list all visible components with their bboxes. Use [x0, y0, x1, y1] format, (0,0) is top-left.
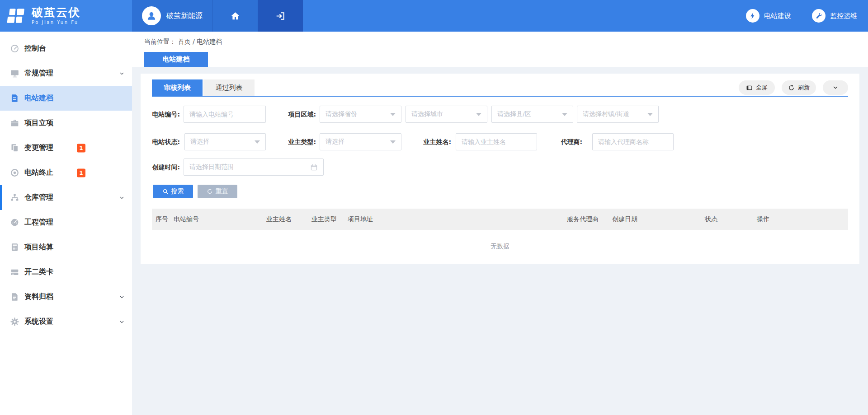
panel: 审核列表 通过列表 全屏 刷新 电站编号: 项目区域:	[141, 74, 859, 264]
user-menu[interactable]: 破茧新能源	[132, 0, 212, 32]
solar-blocks-icon	[7, 6, 26, 25]
agent-input[interactable]	[592, 133, 674, 150]
tab-passed-list[interactable]: 通过列表	[203, 79, 255, 96]
sidebar-item-label: 工程管理	[24, 218, 53, 227]
owner-name-label: 业主姓名:	[423, 133, 451, 150]
sidebar-item-record[interactable]: 电站终止 1	[0, 160, 132, 185]
county-placeholder: 请选择县/区	[497, 110, 562, 118]
column-header: 操作	[757, 215, 848, 224]
home-button[interactable]	[212, 0, 258, 32]
region-label: 项目区域:	[288, 106, 316, 123]
brand-subtitle: Po Jian Yun Fu	[32, 20, 80, 25]
nav-station-build-label: 电站建设	[764, 12, 791, 20]
reset-label: 重置	[216, 187, 228, 196]
town-placeholder: 请选择村镇/街道	[583, 110, 647, 118]
calendar-icon	[310, 163, 318, 171]
avatar	[142, 6, 161, 25]
column-header: 业主类型	[311, 215, 348, 224]
top-header: 破茧云伏 Po Jian Yun Fu 破茧新能源 电站建设 监控运维	[0, 0, 868, 32]
sidebar-item-icon	[10, 69, 19, 78]
chevron-down-icon	[255, 140, 260, 144]
sidebar-item-gauge[interactable]: 工程管理	[0, 210, 132, 235]
sidebar-item-icon	[10, 93, 19, 103]
page-tab-bar: 电站建档	[132, 52, 868, 67]
nav-monitor-ops-label: 监控运维	[830, 12, 857, 20]
sidebar-item-case[interactable]: 项目立项	[0, 111, 132, 135]
refresh-label: 刷新	[798, 84, 810, 92]
sidebar-item-monitor[interactable]: 常规管理	[0, 61, 132, 86]
avatar-person-icon	[146, 10, 157, 22]
sidebar-item-sitemap[interactable]: 仓库管理	[0, 185, 132, 210]
wrench-icon	[815, 12, 823, 20]
breadcrumb-text: 当前位置： 首页 / 电站建档	[144, 38, 222, 46]
filter-row-2: 电站状态: 请选择 业主类型: 请选择 业主姓名: 代理商:	[152, 133, 848, 150]
search-button[interactable]: 搜索	[153, 185, 193, 198]
owner-type-select[interactable]: 请选择	[320, 133, 401, 150]
sidebar-item-icon	[10, 168, 19, 177]
sidebar-item-label: 开二类卡	[24, 267, 53, 277]
sidebar-menu: 控制台 常规管理 电站建档 项目立项 变更管理 1 电站终止 1 仓库管理	[0, 32, 132, 415]
list-tabs: 审核列表 通过列表 全屏 刷新	[152, 74, 848, 97]
chevron-down-icon	[832, 84, 839, 91]
content-area: 审核列表 通过列表 全屏 刷新 电站编号: 项目区域:	[132, 67, 868, 415]
main-area: 当前位置： 首页 / 电站建档 电站建档 审核列表 通过列表 全屏 刷新	[132, 32, 868, 415]
chevron-down-icon	[390, 140, 396, 144]
sidebar-item-gear[interactable]: 系统设置	[0, 309, 132, 334]
sidebar-item-icon	[10, 292, 19, 302]
chevron-down-icon	[476, 113, 481, 116]
sidebar-item-doc[interactable]: 电站建档	[0, 86, 132, 111]
chevron-down-icon	[562, 113, 567, 116]
city-select[interactable]: 请选择城市	[406, 106, 487, 123]
chevron-down-icon	[119, 319, 125, 325]
logout-icon	[275, 11, 286, 21]
sidebar-item-label: 常规管理	[24, 69, 53, 78]
logout-button[interactable]	[258, 0, 303, 32]
reset-button[interactable]: 重置	[198, 185, 237, 198]
sidebar-item-file[interactable]: 资料归档	[0, 284, 132, 309]
nav-monitor-ops[interactable]: 监控运维	[812, 9, 857, 23]
sidebar-item-icon	[10, 267, 19, 277]
date-range-input[interactable]: 请选择日期范围	[184, 159, 324, 176]
notification-badge: 1	[77, 168, 85, 177]
owner-name-input[interactable]	[456, 133, 537, 150]
chevron-down-icon	[119, 195, 125, 201]
collapse-button[interactable]	[823, 80, 848, 95]
station-no-label: 电站编号:	[151, 106, 180, 123]
date-range-placeholder: 请选择日期范围	[189, 163, 310, 171]
sidebar-item-icon	[10, 218, 19, 227]
search-icon	[162, 188, 169, 195]
user-name: 破茧新能源	[166, 11, 203, 21]
sidebar-item-pages[interactable]: 变更管理 1	[0, 135, 132, 160]
sidebar-item-label: 电站终止	[24, 168, 53, 177]
refresh-button[interactable]: 刷新	[782, 80, 816, 95]
brand-logo: 破茧云伏 Po Jian Yun Fu	[0, 0, 132, 32]
sidebar-item-dash[interactable]: 控制台	[0, 36, 132, 61]
sidebar-item-icon	[10, 118, 19, 128]
province-select[interactable]: 请选择省份	[320, 106, 401, 123]
fullscreen-button[interactable]: 全屏	[739, 80, 775, 95]
station-no-input[interactable]	[184, 106, 266, 123]
fullscreen-icon	[746, 84, 753, 91]
chevron-down-icon	[119, 294, 125, 300]
town-select[interactable]: 请选择村镇/街道	[577, 106, 659, 123]
sidebar-item-card[interactable]: 开二类卡	[0, 260, 132, 284]
filter-row-1: 电站编号: 项目区域: 请选择省份 请选择城市 请选择县/区 请选择村镇/街道	[152, 106, 848, 123]
page-tab-station-archive[interactable]: 电站建档	[144, 52, 208, 67]
owner-type-label: 业主类型:	[288, 133, 316, 150]
tab-review-list[interactable]: 审核列表	[152, 79, 203, 96]
county-select[interactable]: 请选择县/区	[491, 106, 573, 123]
owner-type-placeholder: 请选择	[326, 138, 390, 146]
sidebar-item-label: 资料归档	[24, 292, 53, 302]
refresh-icon	[788, 84, 795, 91]
sidebar-item-label: 系统设置	[24, 317, 53, 326]
breadcrumb: 当前位置： 首页 / 电站建档	[132, 32, 868, 52]
brand-title: 破茧云伏	[32, 7, 80, 19]
reset-icon	[207, 188, 213, 195]
station-status-select[interactable]: 请选择	[184, 133, 266, 150]
table-header-row: 序号电站编号业主姓名业主类型项目地址服务代理商创建日期状态操作	[152, 209, 848, 230]
nav-station-build[interactable]: 电站建设	[746, 9, 791, 23]
search-label: 搜索	[171, 187, 184, 196]
lightning-icon	[749, 12, 757, 20]
sidebar-item-icon	[10, 193, 19, 202]
sidebar-item-calc[interactable]: 项目结算	[0, 235, 132, 260]
